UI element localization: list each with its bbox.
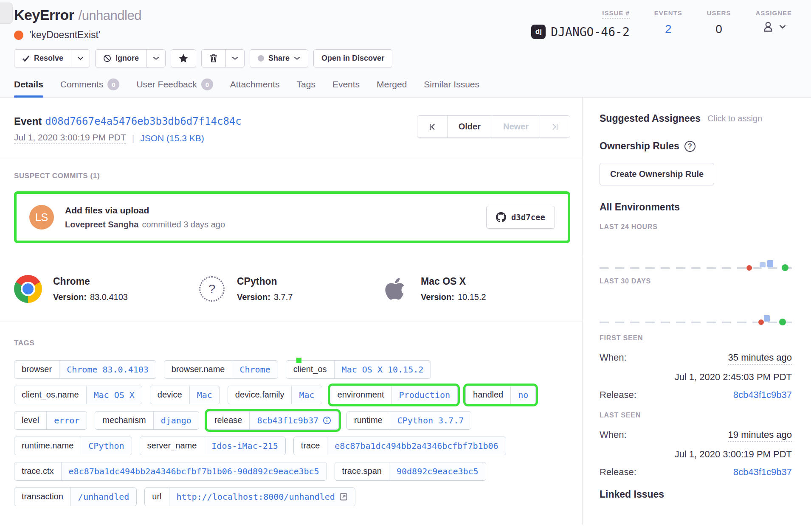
resolve-button[interactable]: Resolve [14,50,71,67]
tag-device-family: device.familyMac [228,386,322,404]
annotation-highlight-box: LS Add files via upload Lovepreet Sangha… [14,191,570,243]
tag-value-link[interactable]: Mac OS X 10.15.2 [335,361,431,378]
trash-icon [209,54,218,63]
tag-value-link[interactable]: e8c87ba1dc494bb2a4346bcfbf7b1b06 [327,437,505,455]
last-seen-marker-icon [779,319,786,325]
context-name: Chrome [53,276,128,287]
resolve-dropdown-button[interactable] [71,50,90,67]
issue-tabs: Details Comments0 User Feedback0 Attachm… [0,67,811,98]
tab-details[interactable]: Details [14,78,43,97]
tab-similar-issues[interactable]: Similar Issues [424,78,479,97]
tags-heading: TAGS [14,339,570,347]
release-label: Release: [600,389,636,400]
tag-value-link[interactable]: /unhandled [71,488,136,506]
suspect-commits-heading: SUSPECT COMMITS (1) [14,172,570,180]
users-label: USERS [707,9,731,17]
tag-value-link[interactable]: Idos-iMac-215 [204,437,285,455]
last-seen-marker-icon [782,264,788,271]
ownership-rules-heading: Ownership Rules ? [600,140,792,152]
help-icon[interactable]: ? [684,141,696,152]
annotation-dot [296,358,301,363]
tag-value-link[interactable]: Mac [190,386,220,404]
error-level-dot [14,31,23,40]
tab-comments[interactable]: Comments0 [60,78,120,97]
tag-value-link[interactable]: Chrome [232,361,277,378]
action-toolbar: Resolve Ignore [0,41,811,67]
tab-attachments[interactable]: Attachments [230,78,280,97]
context-name: CPython [237,276,293,287]
page-title: KeyError/unhandled [14,7,141,23]
latest-event-button[interactable] [540,116,570,137]
tag-client-os-name: client_os.nameMac OS X [14,386,142,404]
issue-sidebar: Suggested Assignees Click to assign Owne… [583,98,811,525]
first-seen-release-link[interactable]: 8cb43f1c9b37 [733,389,792,400]
tag-value-link[interactable]: Mac [292,386,321,404]
tag-device: deviceMac [150,386,220,404]
tab-tags[interactable]: Tags [297,78,315,97]
open-discover-button[interactable]: Open in Discover [314,50,392,67]
tab-events[interactable]: Events [332,78,360,97]
raw-json-link[interactable]: JSON (15.3 KB) [140,133,204,143]
tag-value-link[interactable]: Production [392,386,457,404]
assignee-selector[interactable] [761,20,786,34]
commit-message: Add files via upload [65,205,486,216]
suspect-commit-row[interactable]: LS Add files via upload Lovepreet Sangha… [17,194,568,241]
issue-short-id[interactable]: dj DJANGO-46-2 [531,25,629,39]
tag-value-link[interactable]: e8c87ba1dc494bb2a4346bcfbf7b1b06-90d892c… [62,462,327,480]
tab-user-feedback[interactable]: User Feedback0 [136,78,213,97]
tag-runtime-name: runtime.nameCPython [14,437,132,455]
last-seen-heading: LAST SEEN [600,412,792,419]
issue-number-label: ISSUE # [602,9,630,19]
tag-value-link[interactable]: Chrome 83.0.4103 [59,361,156,378]
chrome-icon [14,275,42,303]
chart-24h-label: LAST 24 HOURS [600,223,792,231]
release-label: Release: [600,467,636,478]
tag-value-link[interactable]: django [154,412,199,429]
tag-value-link[interactable]: http://localhost:8000/unhandled [169,488,355,506]
older-event-button[interactable]: Older [447,116,492,137]
issue-title-block: KeyError/unhandled 'keyDoesntExist' [14,7,141,41]
newer-event-button[interactable]: Newer [492,116,540,137]
tag-value-link[interactable]: error [47,412,87,429]
linked-issues-heading: Linked Issues [600,489,792,500]
first-seen-relative: 35 minutes ago [728,352,792,365]
tag-value-link[interactable]: 90d892c9eace3bc5 [389,462,486,480]
assign-hint[interactable]: Click to assign [707,114,762,123]
tag-value-link[interactable]: CPython [81,437,131,455]
tab-merged[interactable]: Merged [377,78,407,97]
commit-sha-button[interactable]: d3d7cee [486,206,555,229]
oldest-event-button[interactable] [417,116,447,137]
create-ownership-rule-button[interactable]: Create Ownership Rule [600,163,714,185]
chevron-down-icon [77,56,84,60]
delete-button[interactable] [202,50,225,67]
last-seen-relative: 19 minutes ago [728,429,792,442]
bookmark-button[interactable] [171,50,196,67]
tag-url: urlhttp://localhost:8000/unhandled [144,487,355,506]
ignore-button[interactable]: Ignore [96,50,146,67]
tag-value-link[interactable]: no [511,386,535,404]
issue-short-id-text: DJANGO-46-2 [551,25,629,39]
event-contexts: Chrome Version:83.0.4103 ? CPython Versi… [0,256,582,322]
delete-dropdown-button[interactable] [225,50,244,67]
project-badge-icon: dj [531,25,546,39]
issue-type: KeyError [14,7,74,23]
chart-30d-label: LAST 30 DAYS [600,277,792,285]
tag-value-link[interactable]: CPython 3.7.7 [390,412,471,429]
suggested-assignees-heading: Suggested Assignees Click to assign [600,113,792,124]
tag-trace-ctx: trace.ctxe8c87ba1dc494bb2a4346bcfbf7b1b0… [14,462,327,481]
users-count[interactable]: 0 [715,22,722,36]
tag-browser: browserChrome 83.0.4103 [14,360,156,379]
external-link-icon [339,493,348,501]
tag-value-link[interactable]: Mac OS X [87,386,142,404]
tag-handled: handledno [465,386,536,404]
tags-list: browserChrome 83.0.4103 browser.nameChro… [14,360,570,506]
ignore-dropdown-button[interactable] [146,50,165,67]
tag-value-link[interactable]: 8cb43f1c9b37 [250,412,338,429]
event-id-link[interactable]: d08d7667e4a5476eb3b3db6d7f14c84c [45,115,241,127]
share-button[interactable]: Share [250,50,308,67]
tag-mechanism: mechanismdjango [95,411,199,430]
last-seen-release-link[interactable]: 8cb43f1c9b37 [733,467,792,478]
tag-client-os: client_osMac OS X 10.15.2 [286,360,431,379]
events-count[interactable]: 2 [665,22,672,36]
event-bar [764,315,770,322]
